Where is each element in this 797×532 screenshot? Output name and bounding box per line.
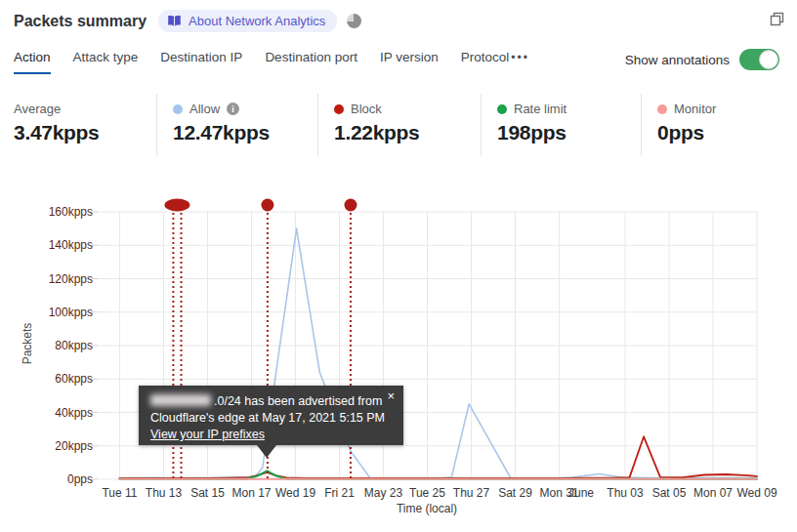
y-tick-label: 100kpps — [32, 306, 93, 319]
y-tick-label: 80kpps — [32, 339, 93, 352]
legend-dot — [497, 104, 507, 114]
chart-canvas — [0, 185, 797, 532]
tooltip-line2: Cloudflare's edge at May 17, 2021 5:15 P… — [150, 410, 392, 427]
close-icon[interactable]: × — [387, 389, 395, 403]
stat-label: Rate limit — [514, 102, 566, 116]
stat-value: 0pps — [657, 121, 791, 144]
tab-attack-type[interactable]: Attack type — [73, 50, 139, 74]
stat-monitor: Monitor0pps — [641, 94, 797, 156]
annotation-dot[interactable] — [164, 199, 189, 212]
y-tick-label: 20kpps — [32, 439, 93, 453]
tab-destination-port[interactable]: Destination port — [265, 50, 357, 74]
stats-row: Average3.47kppsAllowi12.47kppsBlock1.22k… — [0, 94, 797, 156]
page-title: Packets summary — [14, 13, 147, 30]
pie-status-icon — [347, 14, 361, 28]
x-axis-title: Time (local) — [368, 502, 485, 515]
stat-label: Block — [351, 102, 382, 116]
stat-value: 3.47kpps — [14, 121, 150, 144]
redacted-ip-prefix — [150, 394, 211, 406]
y-tick-label: 140kpps — [32, 238, 93, 252]
stat-rate-limit: Rate limit198pps — [481, 94, 641, 156]
annotation-dot[interactable] — [261, 199, 273, 212]
packets-chart[interactable]: Packets Time (local) × .0/24 has been ad… — [0, 185, 797, 532]
tab-action[interactable]: Action — [14, 50, 51, 74]
show-annotations-toggle[interactable] — [739, 49, 779, 70]
legend-dot — [657, 104, 667, 114]
stat-value: 198pps — [497, 121, 635, 144]
y-tick-label: 0pps — [32, 472, 93, 486]
legend-dot — [173, 104, 183, 114]
annotation-dot[interactable] — [344, 199, 357, 212]
show-annotations-control: Show annotations — [625, 49, 779, 74]
annotation-tooltip: × .0/24 has been advertised from Cloudfl… — [139, 386, 403, 445]
toggle-knob — [759, 50, 778, 69]
popout-icon[interactable] — [769, 11, 785, 31]
stat-value: 12.47kpps — [173, 121, 312, 144]
info-icon[interactable]: i — [227, 102, 239, 115]
stat-label: Monitor — [674, 102, 716, 116]
x-tick-label: Wed 09 — [730, 486, 784, 500]
tooltip-line1: .0/24 has been advertised from — [150, 393, 392, 410]
stat-value: 1.22kpps — [334, 121, 475, 144]
stat-allow: Allowi12.47kpps — [156, 94, 317, 156]
legend-dot — [334, 104, 344, 114]
tab-protocol[interactable]: Protocol — [461, 50, 510, 74]
stat-block: Block1.22kpps — [317, 94, 481, 156]
stat-average: Average3.47kpps — [0, 94, 156, 156]
about-network-analytics-badge[interactable]: About Network Analytics — [158, 10, 337, 32]
tab-destination-ip[interactable]: Destination IP — [160, 50, 242, 74]
header: Packets summary About Network Analytics — [14, 10, 785, 32]
stat-label: Average — [14, 102, 61, 116]
tab-list: ActionAttack typeDestination IPDestinati… — [14, 50, 509, 74]
book-icon — [167, 15, 182, 27]
y-tick-label: 40kpps — [32, 406, 93, 420]
y-tick-label: 60kpps — [32, 372, 93, 386]
view-ip-prefixes-link[interactable]: View your IP prefixes — [150, 428, 265, 441]
more-tabs-button[interactable]: ••• — [509, 51, 531, 74]
tab-ip-version[interactable]: IP version — [380, 50, 439, 74]
y-tick-label: 120kpps — [32, 272, 93, 286]
tooltip-caret — [257, 445, 276, 458]
show-annotations-label: Show annotations — [625, 53, 730, 67]
tabs-row: ActionAttack typeDestination IPDestinati… — [14, 49, 779, 74]
y-tick-label: 160kpps — [32, 205, 93, 219]
stat-label: Allow — [189, 102, 220, 116]
badge-label: About Network Analytics — [189, 14, 325, 28]
